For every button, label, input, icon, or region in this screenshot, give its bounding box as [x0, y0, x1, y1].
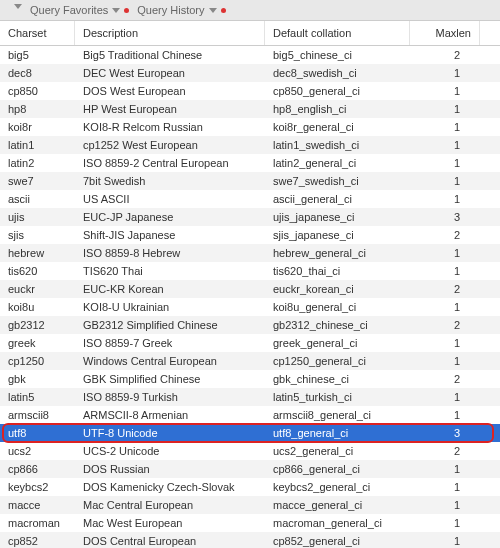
cell-collation: swe7_swedish_ci — [265, 173, 410, 189]
cell-maxlen: 1 — [410, 497, 480, 513]
cell-charset: ascii — [0, 191, 75, 207]
table-row[interactable]: latin1cp1252 West Europeanlatin1_swedish… — [0, 136, 500, 154]
cell-maxlen: 1 — [410, 191, 480, 207]
table-row[interactable]: greekISO 8859-7 Greekgreek_general_ci1 — [0, 334, 500, 352]
indicator-dot-icon — [124, 8, 129, 13]
cell-maxlen: 1 — [410, 389, 480, 405]
cell-maxlen: 1 — [410, 461, 480, 477]
cell-description: TIS620 Thai — [75, 263, 265, 279]
cell-description: ISO 8859-2 Central European — [75, 155, 265, 171]
column-charset[interactable]: Charset — [0, 21, 75, 45]
cell-collation: ascii_general_ci — [265, 191, 410, 207]
table-row[interactable]: hebrewISO 8859-8 Hebrewhebrew_general_ci… — [0, 244, 500, 262]
cell-charset: keybcs2 — [0, 479, 75, 495]
cell-charset: koi8r — [0, 119, 75, 135]
table-row[interactable]: gbkGBK Simplified Chinesegbk_chinese_ci2 — [0, 370, 500, 388]
cell-collation: ujis_japanese_ci — [265, 209, 410, 225]
cell-maxlen: 1 — [410, 65, 480, 81]
cell-collation: latin2_general_ci — [265, 155, 410, 171]
table-row[interactable]: gb2312GB2312 Simplified Chinesegb2312_ch… — [0, 316, 500, 334]
cell-collation: koi8r_general_ci — [265, 119, 410, 135]
cell-collation: cp1250_general_ci — [265, 353, 410, 369]
chevron-down-icon — [112, 8, 120, 13]
cell-description: ISO 8859-9 Turkish — [75, 389, 265, 405]
table-row[interactable]: ucs2UCS-2 Unicodeucs2_general_ci2 — [0, 442, 500, 460]
cell-collation: sjis_japanese_ci — [265, 227, 410, 243]
table-row[interactable]: latin2ISO 8859-2 Central Europeanlatin2_… — [0, 154, 500, 172]
cell-description: ARMSCII-8 Armenian — [75, 407, 265, 423]
query-favorites-dropdown[interactable]: Query Favorites — [30, 4, 129, 16]
cell-charset: tis620 — [0, 263, 75, 279]
cell-collation: hebrew_general_ci — [265, 245, 410, 261]
table-row[interactable]: hp8HP West Europeanhp8_english_ci1 — [0, 100, 500, 118]
cell-collation: latin1_swedish_ci — [265, 137, 410, 153]
cell-description: cp1252 West European — [75, 137, 265, 153]
table-row[interactable]: koi8uKOI8-U Ukrainiankoi8u_general_ci1 — [0, 298, 500, 316]
cell-description: GBK Simplified Chinese — [75, 371, 265, 387]
cell-charset: cp866 — [0, 461, 75, 477]
table-row[interactable]: macromanMac West Europeanmacroman_genera… — [0, 514, 500, 532]
cell-maxlen: 2 — [410, 227, 480, 243]
table-row[interactable]: dec8DEC West Europeandec8_swedish_ci1 — [0, 64, 500, 82]
cell-description: US ASCII — [75, 191, 265, 207]
cell-maxlen: 1 — [410, 173, 480, 189]
cell-maxlen: 1 — [410, 299, 480, 315]
cell-collation: tis620_thai_ci — [265, 263, 410, 279]
table-row[interactable]: tis620TIS620 Thaitis620_thai_ci1 — [0, 262, 500, 280]
table-row[interactable]: koi8rKOI8-R Relcom Russiankoi8r_general_… — [0, 118, 500, 136]
cell-collation: gbk_chinese_ci — [265, 371, 410, 387]
table-row[interactable]: big5Big5 Traditional Chinesebig5_chinese… — [0, 46, 500, 64]
table-row[interactable]: cp850DOS West Europeancp850_general_ci1 — [0, 82, 500, 100]
query-favorites-label: Query Favorites — [30, 4, 108, 16]
cell-charset: cp852 — [0, 533, 75, 548]
table-row[interactable]: cp852DOS Central Europeancp852_general_c… — [0, 532, 500, 548]
table-row[interactable]: sjisShift-JIS Japanesesjis_japanese_ci2 — [0, 226, 500, 244]
cell-maxlen: 1 — [410, 119, 480, 135]
table-row[interactable]: euckrEUC-KR Koreaneuckr_korean_ci2 — [0, 280, 500, 298]
column-collation[interactable]: Default collation — [265, 21, 410, 45]
table-row[interactable]: cp866DOS Russiancp866_general_ci1 — [0, 460, 500, 478]
table-row[interactable]: latin5ISO 8859-9 Turkishlatin5_turkish_c… — [0, 388, 500, 406]
table-header: Charset Description Default collation Ma… — [0, 21, 500, 46]
table-row[interactable]: armscii8ARMSCII-8 Armenianarmscii8_gener… — [0, 406, 500, 424]
cell-maxlen: 1 — [410, 137, 480, 153]
cell-description: ISO 8859-8 Hebrew — [75, 245, 265, 261]
cell-description: EUC-JP Japanese — [75, 209, 265, 225]
table-row[interactable]: macceMac Central Europeanmacce_general_c… — [0, 496, 500, 514]
table-row[interactable]: cp1250Windows Central Europeancp1250_gen… — [0, 352, 500, 370]
cell-maxlen: 2 — [410, 47, 480, 63]
cell-description: Big5 Traditional Chinese — [75, 47, 265, 63]
cell-description: HP West European — [75, 101, 265, 117]
cell-description: DOS Kamenicky Czech-Slovak — [75, 479, 265, 495]
table-body: big5Big5 Traditional Chinesebig5_chinese… — [0, 46, 500, 548]
caret-icon — [14, 4, 22, 9]
table-row[interactable]: utf8UTF-8 Unicodeutf8_general_ci3 — [0, 424, 500, 442]
table-row[interactable]: asciiUS ASCIIascii_general_ci1 — [0, 190, 500, 208]
cell-maxlen: 1 — [410, 335, 480, 351]
table-row[interactable]: keybcs2DOS Kamenicky Czech-Slovakkeybcs2… — [0, 478, 500, 496]
cell-collation: euckr_korean_ci — [265, 281, 410, 297]
cell-charset: ujis — [0, 209, 75, 225]
cell-collation: gb2312_chinese_ci — [265, 317, 410, 333]
cell-maxlen: 1 — [410, 101, 480, 117]
cell-collation: macroman_general_ci — [265, 515, 410, 531]
table-row[interactable]: ujisEUC-JP Japaneseujis_japanese_ci3 — [0, 208, 500, 226]
cell-maxlen: 2 — [410, 317, 480, 333]
cell-collation: utf8_general_ci — [265, 425, 410, 441]
cell-collation: big5_chinese_ci — [265, 47, 410, 63]
cell-charset: ucs2 — [0, 443, 75, 459]
toolbar: Query Favorites Query History — [0, 0, 500, 21]
cell-charset: big5 — [0, 47, 75, 63]
column-maxlen[interactable]: Maxlen — [410, 21, 480, 45]
cell-charset: euckr — [0, 281, 75, 297]
cell-maxlen: 1 — [410, 245, 480, 261]
table-row[interactable]: swe77bit Swedishswe7_swedish_ci1 — [0, 172, 500, 190]
query-history-dropdown[interactable]: Query History — [137, 4, 225, 16]
cell-description: DEC West European — [75, 65, 265, 81]
cell-charset: gb2312 — [0, 317, 75, 333]
cell-description: EUC-KR Korean — [75, 281, 265, 297]
cell-charset: sjis — [0, 227, 75, 243]
column-description[interactable]: Description — [75, 21, 265, 45]
cell-maxlen: 1 — [410, 407, 480, 423]
cell-description: KOI8-U Ukrainian — [75, 299, 265, 315]
